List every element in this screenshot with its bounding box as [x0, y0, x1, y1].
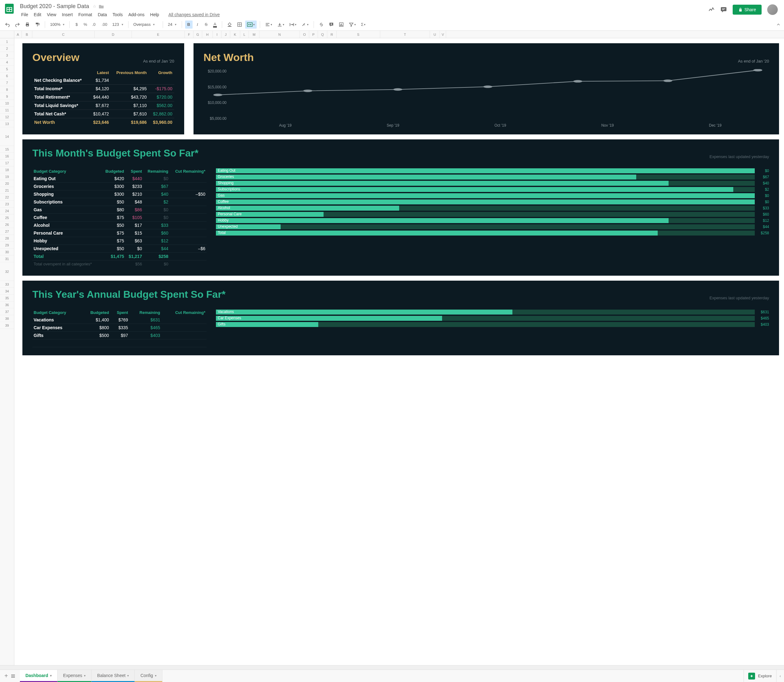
col-header[interactable]: D	[95, 31, 132, 38]
menu-add-ons[interactable]: Add-ons	[126, 11, 147, 18]
row-header[interactable]: 30	[0, 249, 14, 255]
row-header[interactable]: 13	[0, 120, 14, 127]
row-header[interactable]: 19	[0, 173, 14, 180]
share-button[interactable]: Share	[733, 5, 762, 14]
row-header[interactable]: 39	[0, 322, 14, 329]
bold-button[interactable]: B	[185, 21, 193, 29]
row-header[interactable]: 33	[0, 281, 14, 288]
row-header[interactable]: 24	[0, 207, 14, 214]
wrap-button[interactable]: ▾	[287, 21, 298, 29]
row-header[interactable]: 23	[0, 201, 14, 207]
format-more-select[interactable]: 123	[110, 21, 125, 27]
row-header[interactable]: 28	[0, 235, 14, 242]
move-folder-icon[interactable]	[99, 4, 104, 9]
row-header[interactable]: 8	[0, 86, 14, 93]
merge-cells-button[interactable]: ▾	[245, 21, 257, 29]
filter-icon[interactable]: ▾	[347, 21, 358, 29]
row-header[interactable]: 3	[0, 52, 14, 59]
menu-file[interactable]: File	[19, 11, 31, 18]
sheet-tab-config[interactable]: Config▾	[135, 670, 162, 682]
row-header[interactable]: 35	[0, 295, 14, 301]
col-header[interactable]: P	[309, 31, 318, 38]
menu-insert[interactable]: Insert	[59, 11, 75, 18]
tab-scroll-left-icon[interactable]: ‹	[776, 670, 784, 682]
sheet-canvas[interactable]: Overview As end of Jan '20 LatestPreviou…	[14, 38, 784, 665]
zoom-select[interactable]: 100%	[48, 21, 66, 27]
horizontal-scrollbar[interactable]	[0, 665, 784, 669]
print-icon[interactable]	[23, 21, 32, 29]
col-header[interactable]: M	[249, 31, 260, 38]
row-header[interactable]: 17	[0, 159, 14, 166]
col-header[interactable]: J	[221, 31, 230, 38]
col-header[interactable]: I	[213, 31, 221, 38]
insert-chart-icon[interactable]	[337, 21, 346, 29]
row-header[interactable]: 15	[0, 146, 14, 153]
row-header[interactable]: 12	[0, 113, 14, 120]
decrease-decimal-icon[interactable]: .0	[90, 21, 98, 29]
undo-icon[interactable]	[3, 21, 12, 29]
activity-icon[interactable]	[708, 6, 715, 13]
col-header[interactable]: E	[132, 31, 185, 38]
row-header[interactable]: 37	[0, 308, 14, 315]
row-header[interactable]: 22	[0, 194, 14, 201]
row-header[interactable]: 16	[0, 153, 14, 159]
row-header[interactable]: 1	[0, 38, 14, 45]
collapse-toolbar-icon[interactable]	[776, 22, 781, 27]
rotate-button[interactable]: A▾	[300, 21, 311, 29]
row-header[interactable]: 38	[0, 315, 14, 322]
sheet-tab-balance-sheet[interactable]: Balance Sheet▾	[91, 670, 135, 682]
col-header[interactable]: G	[193, 31, 202, 38]
strikethrough-button[interactable]: S	[202, 21, 210, 29]
col-header[interactable]: R	[327, 31, 336, 38]
col-header[interactable]: Q	[318, 31, 327, 38]
select-all-corner[interactable]	[0, 31, 14, 38]
insert-comment-icon[interactable]	[327, 21, 336, 29]
font-select[interactable]: Overpass	[132, 21, 159, 27]
percent-icon[interactable]: %	[81, 21, 89, 29]
menu-edit[interactable]: Edit	[32, 11, 44, 18]
drive-status[interactable]: All changes saved in Drive	[166, 11, 222, 18]
col-header[interactable]: N	[260, 31, 300, 38]
col-header[interactable]: L	[240, 31, 249, 38]
borders-button[interactable]	[235, 21, 244, 29]
sheets-logo[interactable]	[3, 3, 16, 15]
row-header[interactable]: 11	[0, 107, 14, 113]
row-header[interactable]: 27	[0, 228, 14, 235]
currency-icon[interactable]: $	[73, 21, 80, 29]
menu-tools[interactable]: Tools	[110, 11, 125, 18]
col-header[interactable]: B	[22, 31, 32, 38]
redo-icon[interactable]	[13, 21, 22, 29]
row-header[interactable]: 10	[0, 100, 14, 107]
col-header[interactable]: H	[202, 31, 213, 38]
row-header[interactable]: 36	[0, 301, 14, 308]
valign-button[interactable]: ▾	[275, 21, 286, 29]
star-icon[interactable]: ☆	[93, 4, 96, 9]
row-header[interactable]: 25	[0, 214, 14, 221]
row-header[interactable]: 7	[0, 79, 14, 86]
add-sheet-icon[interactable]: +	[4, 672, 8, 679]
row-header[interactable]: 34	[0, 288, 14, 295]
col-header[interactable]: K	[230, 31, 240, 38]
row-header[interactable]: 31	[0, 255, 14, 262]
menu-data[interactable]: Data	[95, 11, 110, 18]
sheet-tab-expenses[interactable]: Expenses▾	[57, 670, 91, 682]
menu-help[interactable]: Help	[148, 11, 162, 18]
row-header[interactable]: 9	[0, 93, 14, 100]
comments-icon[interactable]	[720, 6, 727, 13]
increase-decimal-icon[interactable]: .00	[100, 21, 109, 29]
explore-button[interactable]: ✦ Explore	[744, 670, 776, 682]
functions-icon[interactable]: Σ▾	[359, 21, 367, 29]
italic-button[interactable]: I	[194, 21, 201, 29]
row-header[interactable]: 14	[0, 127, 14, 146]
row-header[interactable]: 32	[0, 262, 14, 281]
account-avatar[interactable]	[767, 4, 778, 15]
col-header[interactable]: O	[300, 31, 309, 38]
row-header[interactable]: 6	[0, 72, 14, 79]
row-header[interactable]: 29	[0, 242, 14, 249]
doc-title[interactable]: Budget 2020 - Sample Data	[19, 3, 90, 10]
col-header[interactable]: U	[430, 31, 440, 38]
menu-format[interactable]: Format	[76, 11, 95, 18]
sheet-tab-dashboard[interactable]: Dashboard▾	[20, 670, 57, 682]
col-header[interactable]: V	[440, 31, 446, 38]
row-header[interactable]: 2	[0, 45, 14, 52]
